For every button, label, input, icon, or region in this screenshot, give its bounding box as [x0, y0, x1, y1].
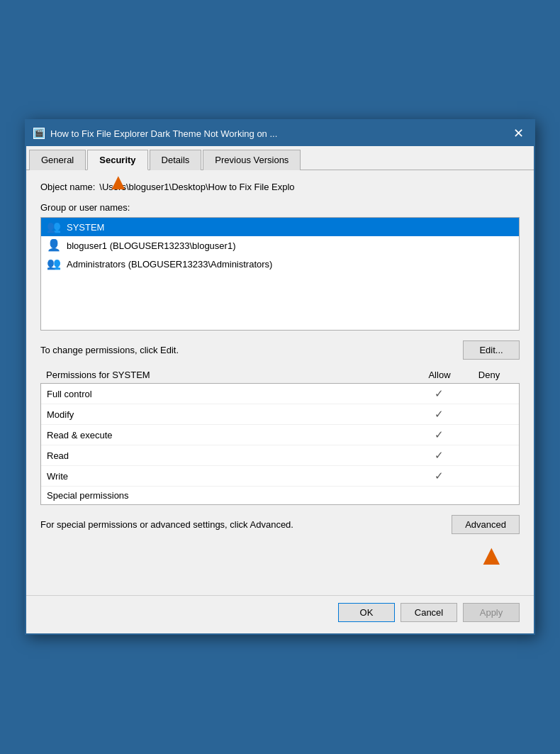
window-title: How to Fix File Explorer Dark Theme Not … — [50, 128, 277, 139]
close-button[interactable]: ✕ — [510, 127, 527, 140]
perm-row-write: Write ✓ — [41, 466, 519, 487]
permissions-deny-header: Deny — [464, 370, 514, 380]
user-icon-bloguser1: 👤 — [47, 240, 61, 251]
perm-row-full-control: Full control ✓ — [41, 384, 519, 404]
user-label-administrators: Administrators (BLOGUSER13233\Administra… — [67, 259, 272, 270]
perm-name-read-execute: Read & execute — [47, 430, 414, 440]
user-icon-administrators: 👥 — [47, 258, 61, 270]
perm-name-full-control: Full control — [47, 389, 414, 399]
tab-content: Object name: \Users\bloguser1\Desktop\Ho… — [26, 170, 534, 595]
properties-dialog: 🎬 How to Fix File Explorer Dark Theme No… — [25, 119, 535, 635]
title-bar: 🎬 How to Fix File Explorer Dark Theme No… — [26, 121, 534, 146]
user-label-bloguser1: bloguser1 (BLOGUSER13233\bloguser1) — [67, 240, 235, 251]
perm-name-special: Special permissions — [47, 490, 414, 501]
apply-button[interactable]: Apply — [463, 603, 520, 622]
tab-previous-versions[interactable]: Previous Versions — [203, 150, 301, 170]
perm-allow-write: ✓ — [414, 470, 464, 482]
users-list: 👥 SYSTEM 👤 bloguser1 (BLOGUSER13233\blog… — [40, 217, 520, 331]
object-name-label: Object name: — [40, 182, 95, 192]
ok-button[interactable]: OK — [338, 603, 395, 622]
window-icon: 🎬 — [33, 128, 45, 139]
groups-label: Group or user names: — [40, 202, 520, 213]
permissions-allow-header: Allow — [415, 370, 464, 380]
advanced-section: For special permissions or advanced sett… — [40, 515, 520, 534]
user-item-system[interactable]: 👥 SYSTEM — [41, 218, 519, 236]
perm-row-read: Read ✓ — [41, 445, 519, 466]
object-name-value: \Users\bloguser1\Desktop\How to Fix File… — [99, 182, 520, 192]
advanced-row: For special permissions or advanced sett… — [40, 515, 520, 534]
tabs-bar: General Security ▲ Details Previous Vers… — [26, 146, 534, 170]
tab-general[interactable]: General — [29, 150, 86, 170]
perm-row-modify: Modify ✓ — [41, 404, 519, 425]
perm-name-write: Write — [47, 471, 414, 482]
user-item-administrators[interactable]: 👥 Administrators (BLOGUSER13233\Administ… — [41, 255, 519, 273]
object-name-row: Object name: \Users\bloguser1\Desktop\Ho… — [40, 182, 520, 192]
advanced-text: For special permissions or advanced sett… — [40, 519, 442, 530]
perm-name-modify: Modify — [47, 409, 414, 420]
perm-name-read: Read — [47, 450, 414, 461]
edit-button[interactable]: Edit... — [463, 340, 520, 360]
permissions-section: Permissions for SYSTEM Allow Deny Full c… — [40, 370, 520, 505]
permissions-header: Permissions for SYSTEM Allow Deny — [40, 370, 520, 383]
edit-permissions-text: To change permissions, click Edit. — [40, 345, 179, 355]
perm-allow-read: ✓ — [414, 449, 464, 462]
user-item-bloguser1[interactable]: 👤 bloguser1 (BLOGUSER13233\bloguser1) — [41, 236, 519, 255]
perm-row-special: Special permissions — [41, 487, 519, 504]
arrow-spacer — [40, 541, 520, 584]
user-icon-system: 👥 — [47, 221, 61, 233]
permissions-name-header: Permissions for SYSTEM — [46, 370, 415, 380]
perm-allow-read-execute: ✓ — [414, 428, 464, 441]
edit-permissions-row: To change permissions, click Edit. Edit.… — [40, 340, 520, 360]
perm-allow-full-control: ✓ — [414, 387, 464, 400]
advanced-button[interactable]: Advanced — [452, 515, 520, 534]
perm-row-read-execute: Read & execute ✓ — [41, 425, 519, 445]
user-label-system: SYSTEM — [67, 222, 104, 233]
perm-allow-modify: ✓ — [414, 408, 464, 421]
tab-security[interactable]: Security — [87, 150, 147, 170]
tab-details[interactable]: Details — [150, 150, 202, 170]
dialog-footer: OK Cancel Apply — [26, 595, 534, 633]
cancel-button[interactable]: Cancel — [401, 603, 457, 622]
permissions-table: Full control ✓ Modify ✓ Read & execute ✓… — [40, 383, 520, 505]
